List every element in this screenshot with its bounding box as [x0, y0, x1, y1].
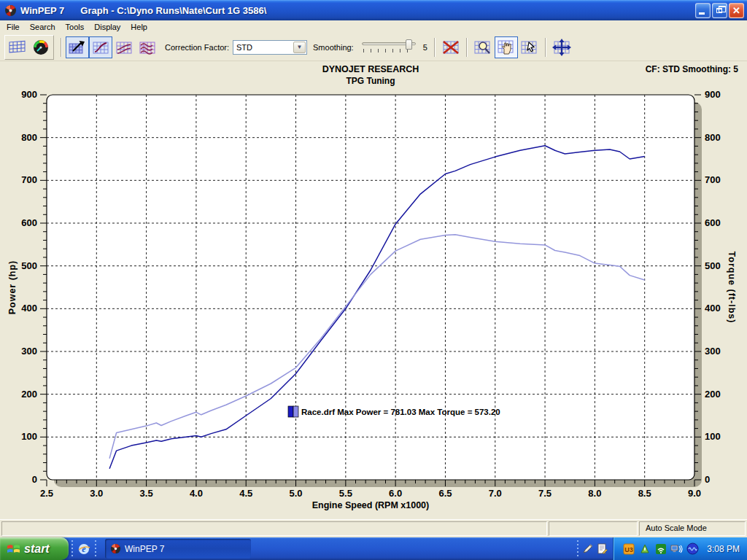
- svg-text:Torque (ft-lbs): Torque (ft-lbs): [727, 252, 737, 324]
- correction-factor-label: Correction Factor:: [165, 43, 229, 52]
- gauge-view-button[interactable]: [29, 36, 53, 58]
- winpep-task-icon: [110, 543, 121, 554]
- title-bar[interactable]: WinPEP 7 Graph - C:\Dyno Runs\Nate\Curt …: [0, 0, 747, 20]
- menu-search[interactable]: Search: [25, 21, 61, 33]
- svg-text:3.5: 3.5: [140, 488, 153, 499]
- start-label: start: [24, 542, 50, 556]
- restore-button[interactable]: [712, 3, 727, 18]
- svg-text:8.5: 8.5: [638, 488, 651, 499]
- cursor-arrow-icon: [519, 39, 540, 56]
- select-graph-button[interactable]: [518, 36, 541, 58]
- tuning-pencil-icon[interactable]: [581, 542, 594, 555]
- notes-icon[interactable]: [596, 542, 608, 555]
- update-icon[interactable]: [638, 542, 651, 555]
- svg-text:100: 100: [705, 431, 721, 442]
- svg-text:U3: U3: [624, 546, 633, 553]
- clock[interactable]: 3:08 PM: [707, 544, 740, 554]
- system-tray: U3 3:08 PM: [613, 537, 747, 560]
- svg-text:100: 100: [21, 431, 37, 442]
- svg-text:0: 0: [705, 474, 710, 485]
- svg-text:9.0: 9.0: [688, 488, 701, 499]
- taskband-grip[interactable]: [93, 540, 98, 557]
- svg-text:5.0: 5.0: [289, 488, 302, 499]
- graph-multi-button[interactable]: [112, 36, 136, 58]
- svg-text:5.5: 5.5: [339, 488, 352, 499]
- move-axes-icon: [551, 39, 573, 56]
- winpep-app-icon: [4, 4, 17, 17]
- app-title: WinPEP 7: [20, 5, 64, 16]
- svg-text:e: e: [82, 544, 86, 554]
- svg-text:800: 800: [705, 132, 721, 143]
- internet-explorer-icon[interactable]: e: [76, 537, 92, 560]
- svg-text:300: 300: [705, 346, 721, 357]
- minimize-button[interactable]: [695, 3, 711, 18]
- task-label: WinPEP 7: [125, 544, 164, 554]
- menu-display[interactable]: Display: [89, 21, 125, 33]
- u3-icon[interactable]: U3: [622, 542, 635, 555]
- minimize-icon: [699, 12, 705, 15]
- svg-text:Race.drf Max Power = 781.03 Ma: Race.drf Max Power = 781.03 Max Torque =…: [301, 408, 500, 416]
- restore-icon: [716, 8, 722, 13]
- slider-thumb[interactable]: [406, 39, 412, 50]
- svg-text:700: 700: [705, 174, 721, 185]
- close-button[interactable]: ✕: [729, 3, 744, 18]
- status-panel-secondary: [549, 521, 638, 536]
- zoom-magnifier-icon: [473, 39, 493, 56]
- svg-text:6.5: 6.5: [438, 488, 452, 499]
- svg-text:Power (hp): Power (hp): [7, 260, 18, 315]
- taskbar-spacer: [252, 537, 574, 560]
- smoothing-label: Smoothing:: [313, 43, 354, 52]
- zoom-graph-button[interactable]: [471, 36, 495, 58]
- menu-help[interactable]: Help: [125, 21, 152, 33]
- svg-text:7.0: 7.0: [489, 488, 502, 499]
- svg-text:300: 300: [21, 346, 37, 357]
- graph-3d-button[interactable]: [66, 36, 89, 58]
- toolbar-separator: [61, 38, 62, 57]
- display-audio-icon[interactable]: [670, 542, 683, 555]
- correction-factor-value: STD: [233, 43, 293, 52]
- windows-flag-icon: [7, 542, 20, 556]
- svg-text:600: 600: [705, 217, 721, 228]
- wireless-icon[interactable]: [654, 542, 667, 555]
- svg-text:200: 200: [21, 389, 37, 400]
- svg-text:Engine Speed (RPM x1000): Engine Speed (RPM x1000): [312, 500, 429, 510]
- svg-text:700: 700: [21, 174, 37, 185]
- svg-text:4.5: 4.5: [239, 488, 252, 499]
- delete-graph-button[interactable]: [439, 36, 462, 58]
- menu-file[interactable]: File: [1, 21, 25, 33]
- svg-text:900: 900: [705, 89, 721, 100]
- quicklaunch-grip[interactable]: [70, 540, 74, 557]
- svg-text:8.0: 8.0: [588, 488, 601, 499]
- graph-3d-arrow-icon: [68, 39, 87, 55]
- graph-power-button[interactable]: [89, 36, 112, 58]
- menu-tools[interactable]: Tools: [61, 21, 90, 33]
- svg-text:400: 400: [21, 303, 37, 314]
- dyno-chart[interactable]: 2.53.03.54.04.55.05.56.06.57.07.58.08.59…: [0, 61, 747, 519]
- winpep-task-button[interactable]: WinPEP 7: [105, 539, 251, 559]
- axes-graph-button[interactable]: [550, 36, 573, 58]
- svg-text:6.0: 6.0: [389, 488, 402, 499]
- close-icon: ✕: [729, 5, 743, 16]
- gauge-icon: [32, 39, 50, 56]
- correction-factor-select[interactable]: STD ▼: [233, 40, 307, 55]
- toolbar: Correction Factor: STD ▼ Smoothing: 5: [0, 34, 747, 61]
- smoothing-slider[interactable]: [360, 39, 417, 56]
- svg-text:600: 600: [21, 217, 37, 228]
- start-button[interactable]: start: [0, 537, 69, 560]
- toolbar-grip[interactable]: [576, 540, 580, 557]
- chevron-down-icon[interactable]: ▼: [293, 42, 306, 53]
- graph-overlay-button[interactable]: [136, 36, 159, 58]
- pan-graph-button[interactable]: [495, 36, 518, 58]
- status-bar: Auto Scale Mode: [0, 519, 747, 537]
- wave-meter-icon[interactable]: [686, 542, 699, 555]
- svg-text:900: 900: [21, 89, 37, 100]
- svg-text:CF: STD Smoothing: 5: CF: STD Smoothing: 5: [646, 64, 739, 74]
- smoothing-value: 5: [423, 43, 427, 52]
- graph-three-curves-icon: [138, 39, 157, 55]
- table-view-button[interactable]: [6, 36, 29, 58]
- svg-text:3.0: 3.0: [90, 488, 103, 499]
- svg-text:500: 500: [21, 260, 37, 271]
- view-button-group: [4, 35, 54, 60]
- taskbar: start e WinPEP 7 U3: [0, 537, 747, 560]
- svg-text:2.5: 2.5: [40, 488, 53, 499]
